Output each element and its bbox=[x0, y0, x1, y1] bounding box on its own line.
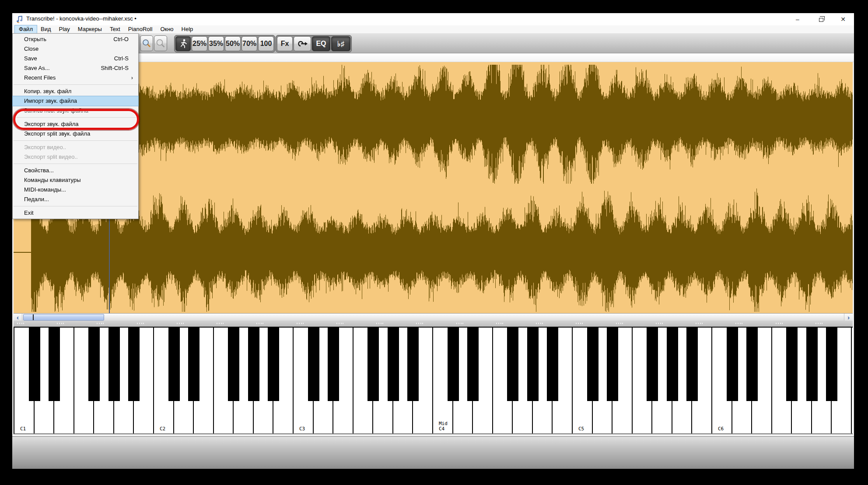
menu-separator bbox=[14, 164, 137, 164]
menu-help[interactable]: Help bbox=[178, 25, 197, 33]
black-key[interactable] bbox=[88, 328, 100, 401]
black-key[interactable] bbox=[448, 328, 459, 401]
file-menu-item[interactable]: Экспорт split звук. файла bbox=[13, 129, 138, 139]
black-key[interactable] bbox=[49, 328, 60, 401]
file-menu-item[interactable]: Свойства... bbox=[13, 166, 138, 175]
zoom-out-button[interactable] bbox=[154, 35, 167, 51]
file-menu-item[interactable]: Команды клавиатуры bbox=[13, 175, 138, 185]
title-bar[interactable]: Transcribe! - koncovka-video--mihaker.xs… bbox=[12, 13, 854, 25]
black-key[interactable] bbox=[188, 328, 200, 401]
black-key[interactable] bbox=[108, 328, 120, 401]
scrollbar-position-marker bbox=[33, 314, 34, 320]
black-key[interactable] bbox=[507, 328, 518, 401]
black-key[interactable] bbox=[128, 328, 140, 401]
file-menu-item-label: Save bbox=[24, 55, 37, 62]
menu-окно[interactable]: Окно bbox=[156, 25, 177, 33]
file-menu-item-label: Экспорт видео.. bbox=[24, 144, 66, 150]
speed-button-100[interactable]: 100 bbox=[258, 36, 274, 51]
black-key[interactable] bbox=[328, 328, 339, 401]
black-key[interactable] bbox=[746, 328, 758, 401]
menu-play[interactable]: Play bbox=[55, 25, 74, 33]
black-key[interactable] bbox=[527, 328, 539, 401]
flat-sharp-button[interactable]: ♭♯ bbox=[331, 36, 350, 51]
zoom-in-button[interactable] bbox=[140, 35, 153, 51]
black-key[interactable] bbox=[587, 328, 598, 401]
transport-bar: 0:01.58 2:23.39 ▶ ■ ◀◀ ▶▶ ◀ ▶ bbox=[12, 436, 854, 469]
file-menu-item[interactable]: Recent Files› bbox=[13, 73, 138, 83]
eq-button[interactable]: EQ bbox=[312, 36, 330, 51]
menu-text[interactable]: Text bbox=[106, 25, 124, 33]
minimize-button[interactable]: – bbox=[788, 13, 807, 25]
menu-shortcut: Ctrl-S bbox=[114, 54, 129, 63]
keyboard-guide-dots bbox=[656, 323, 663, 324]
keyboard-guide-dots bbox=[735, 323, 743, 324]
file-menu-item: Экспорт видео.. bbox=[13, 143, 138, 152]
window-title: Transcribe! - koncovka-video--mihaker.xs… bbox=[26, 15, 136, 22]
file-menu-item[interactable]: Копир. звук. файл bbox=[13, 87, 138, 96]
loop-button[interactable] bbox=[294, 36, 311, 51]
black-key[interactable] bbox=[806, 328, 818, 401]
scrollbar-thumb[interactable] bbox=[23, 314, 104, 321]
menu-маркеры[interactable]: Маркеры bbox=[74, 25, 106, 33]
file-menu-item[interactable]: Save As...Shift-Ctrl-S bbox=[13, 63, 138, 73]
black-key[interactable] bbox=[29, 328, 40, 401]
scroll-left-button[interactable]: ‹ bbox=[14, 314, 22, 321]
black-key[interactable] bbox=[248, 328, 259, 401]
fx-button[interactable]: Fx bbox=[277, 36, 293, 51]
file-menu-item[interactable]: MIDI-команды... bbox=[13, 185, 138, 195]
file-menu-item[interactable]: ОткрытьCtrl-O bbox=[13, 35, 138, 44]
menu-file[interactable]: Файл bbox=[15, 25, 37, 33]
black-key[interactable] bbox=[667, 328, 678, 401]
black-key[interactable] bbox=[368, 328, 379, 401]
waveform-display[interactable] bbox=[14, 62, 853, 313]
scroll-right-button[interactable]: › bbox=[844, 314, 853, 321]
black-key[interactable] bbox=[607, 328, 618, 401]
keyboard-guide-dots bbox=[217, 323, 224, 324]
menu-вид[interactable]: Вид bbox=[37, 25, 55, 33]
black-key[interactable] bbox=[826, 328, 837, 401]
black-key[interactable] bbox=[268, 328, 279, 401]
keyboard-guide-dots bbox=[336, 323, 344, 324]
fx-button-group: Fx EQ ♭♯ bbox=[276, 35, 352, 52]
restore-button[interactable] bbox=[811, 13, 830, 25]
black-key[interactable] bbox=[308, 328, 319, 401]
black-key[interactable] bbox=[228, 328, 239, 401]
file-menu-item-label: Копир. звук. файл bbox=[24, 88, 71, 94]
keyboard-guide-dots bbox=[816, 323, 823, 324]
keyboard-guide-dots bbox=[616, 323, 623, 324]
octave-label-c2: C2 bbox=[160, 426, 165, 432]
scroll-left-icon: ‹ bbox=[17, 314, 19, 321]
keyboard-guide-dots bbox=[17, 323, 24, 324]
menu-pianoroll[interactable]: PianoRoll bbox=[124, 25, 157, 33]
speed-button-25[interactable]: 25% bbox=[192, 36, 207, 51]
black-key[interactable] bbox=[168, 328, 180, 401]
minimize-icon: – bbox=[796, 16, 799, 23]
waveform-canvas[interactable] bbox=[14, 62, 853, 313]
file-menu-item[interactable]: Close bbox=[13, 44, 138, 54]
black-key[interactable] bbox=[647, 328, 658, 401]
black-key[interactable] bbox=[547, 328, 558, 401]
speed-preset-run-button[interactable] bbox=[175, 36, 191, 51]
file-menu-item-label: Свойства... bbox=[24, 167, 54, 174]
keyboard-top-strip bbox=[14, 321, 853, 327]
black-key[interactable] bbox=[786, 328, 798, 401]
speed-button-35[interactable]: 35% bbox=[208, 36, 224, 51]
speed-button-70[interactable]: 70% bbox=[242, 36, 257, 51]
file-menu-item[interactable]: Exit bbox=[13, 208, 138, 218]
file-menu-item[interactable]: SaveCtrl-S bbox=[13, 54, 138, 63]
black-key[interactable] bbox=[467, 328, 479, 401]
octave-label-c3: C3 bbox=[299, 426, 305, 432]
close-button[interactable]: ✕ bbox=[834, 13, 852, 25]
octave-label-c4: Mid C4 bbox=[439, 421, 448, 432]
speed-button-50[interactable]: 50% bbox=[225, 36, 241, 51]
file-menu-item[interactable]: Импорт звук. файла bbox=[13, 96, 138, 106]
file-menu-item-label: Экспорт split видео.. bbox=[24, 154, 78, 160]
black-key[interactable] bbox=[388, 328, 399, 401]
octave-label-c1: C1 bbox=[20, 426, 26, 432]
waveform-scrollbar[interactable]: ‹ › bbox=[14, 313, 853, 321]
black-key[interactable] bbox=[727, 328, 738, 401]
black-key[interactable] bbox=[686, 328, 698, 401]
black-key[interactable] bbox=[407, 328, 419, 401]
file-menu-item[interactable]: Педали... bbox=[13, 195, 138, 204]
keyboard-guide-dots bbox=[456, 323, 464, 324]
